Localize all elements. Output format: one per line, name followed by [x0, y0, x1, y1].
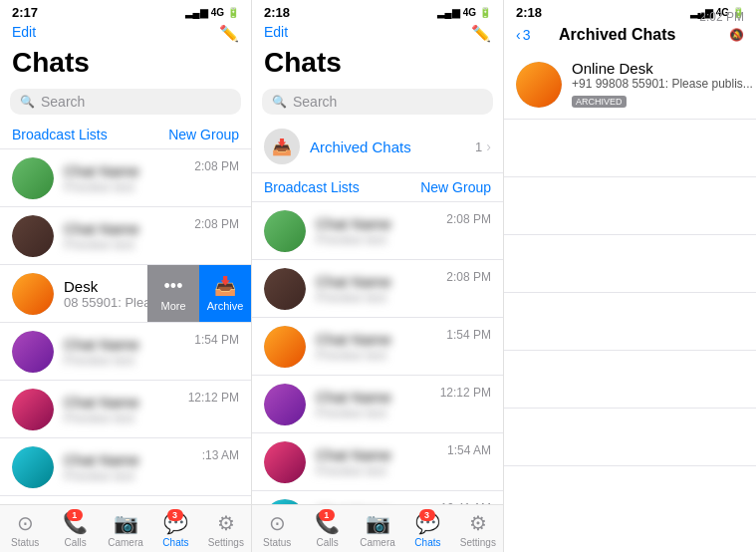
network-icon-2: 4G [463, 7, 476, 18]
settings-tab-label-1: Settings [208, 537, 244, 548]
archived-chats-row[interactable]: 📥 Archived Chats 1 › [252, 121, 503, 173]
tab-status-2[interactable]: ⊙ Status [252, 511, 302, 548]
avatar-1-3 [12, 273, 54, 315]
back-chevron-icon: ‹ [516, 27, 521, 43]
status-tab-label-1: Status [11, 537, 39, 548]
empty-rows-3 [504, 120, 756, 552]
chat-item-2-3[interactable]: Chat Name Preview text 1:54 PM [252, 318, 503, 376]
tab-camera-2[interactable]: 📷 Camera [353, 511, 402, 548]
avatar-2-3 [264, 326, 306, 368]
empty-row-5 [504, 351, 756, 409]
avatar-1-4 [12, 331, 54, 373]
chat-time-1-2: 2:08 PM [194, 217, 239, 231]
tab-camera-1[interactable]: 📷 Camera [101, 511, 150, 548]
empty-row-2 [504, 177, 756, 235]
chat-time-2-1: 2:08 PM [446, 212, 491, 226]
tab-settings-1[interactable]: ⚙ Settings [201, 511, 251, 548]
calls-badge-1: 1 [67, 509, 83, 521]
broadcast-label-1[interactable]: Broadcast Lists [12, 127, 108, 142]
chat-time-1-1: 2:08 PM [194, 159, 239, 173]
tab-chats-2[interactable]: 3 💬 Chats [402, 511, 452, 548]
chat-preview-1-6: Preview text [64, 468, 239, 483]
chats-tab-label-2: Chats [414, 537, 440, 548]
chat-preview-2-4: Preview text [316, 406, 491, 420]
search-placeholder-2: Search [293, 94, 337, 110]
tab-calls-2[interactable]: 1 📞 Calls [302, 511, 352, 548]
chat-item-1-6[interactable]: Chat Name Preview text :13 AM [0, 438, 251, 496]
chat-time-2-3: 1:54 PM [446, 328, 491, 342]
chat-item-2-4[interactable]: Chat Name Preview text 12:12 PM [252, 376, 503, 433]
empty-row-3 [504, 235, 756, 293]
chat-preview-2-3: Preview text [316, 348, 491, 363]
search-icon-1: 🔍 [20, 95, 35, 109]
search-bar-1[interactable]: 🔍 Search [10, 89, 241, 115]
new-group-btn-2[interactable]: New Group [420, 179, 491, 195]
archive-button-1[interactable]: 📥 Archive [199, 265, 251, 322]
archived-chat-item-1[interactable]: Online Desk +91 99808 55901: Please publ… [504, 50, 756, 120]
chat-item-2-5[interactable]: Chat Name Preview text 1:54 AM [252, 433, 503, 491]
status-icons-2: ▂▄▆ 4G 🔋 [437, 7, 491, 18]
tab-settings-2[interactable]: ⚙ Settings [453, 511, 503, 548]
avatar-2-1 [264, 210, 306, 252]
archive-icon-1: 📥 [214, 275, 236, 297]
compose-icon-2[interactable]: ✏️ [471, 24, 491, 43]
tab-bar-1: ⊙ Status 1 📞 Calls 📷 Camera 3 💬 Chats ⚙ … [0, 504, 251, 552]
nav-bar-2: Edit ✏️ [252, 22, 503, 47]
panel2: 2:18 ▂▄▆ 4G 🔋 Edit ✏️ Chats 🔍 Search 📥 A… [252, 0, 504, 552]
avatar-1-2 [12, 215, 54, 257]
broadcast-label-2[interactable]: Broadcast Lists [264, 179, 360, 195]
chat-time-1-4: 1:54 PM [194, 333, 239, 347]
avatar-3-1 [516, 62, 562, 108]
settings-tab-icon-2: ⚙ [469, 511, 487, 535]
compose-icon-1[interactable]: ✏️ [219, 24, 239, 43]
chat-preview-1-2: Preview text [64, 237, 239, 252]
chat-item-1-1[interactable]: Chat Name Preview text 2:08 PM [0, 149, 251, 207]
chat-preview-2-1: Preview text [316, 232, 491, 247]
chat-item-2-2[interactable]: Chat Name Preview text 2:08 PM [252, 260, 503, 318]
chat-item-1-5[interactable]: Chat Name Preview text 12:12 PM [0, 381, 251, 438]
panel3: 2:18 ▂▄▆ 4G 🔋 ‹ 3 Archived Chats Online … [504, 0, 756, 552]
swipe-actions-1[interactable]: ••• More 📥 Archive [147, 265, 251, 322]
chat-preview-1-5: Preview text [64, 411, 239, 425]
calls-badge-2: 1 [319, 509, 335, 521]
tab-calls-1[interactable]: 1 📞 Calls [50, 511, 100, 548]
chat-item-1-4[interactable]: Chat Name Preview text 1:54 PM [0, 323, 251, 381]
archived-badge: ARCHIVED [572, 96, 627, 108]
chat-item-2-1[interactable]: Chat Name Preview text 2:08 PM [252, 202, 503, 260]
chat-list-1: Chat Name Preview text 2:08 PM Chat Name… [0, 149, 251, 504]
mute-icon-3: 🔕 [729, 28, 744, 42]
avatar-2-4 [264, 384, 306, 425]
avatar-2-6 [264, 499, 306, 505]
edit-button-2[interactable]: Edit [264, 24, 288, 40]
tab-chats-1[interactable]: 3 💬 Chats [150, 511, 200, 548]
camera-tab-icon-2: 📷 [366, 511, 390, 535]
new-group-btn-1[interactable]: New Group [168, 127, 239, 142]
search-bar-2[interactable]: 🔍 Search [262, 89, 493, 115]
back-button-3[interactable]: ‹ 3 [516, 27, 530, 43]
chat-item-2-6[interactable]: Chat Name Preview text 10:41 AM [252, 491, 503, 504]
archived-chat-content: Online Desk +91 99808 55901: Please publ… [572, 60, 753, 109]
time-1: 2:17 [12, 5, 38, 20]
archived-chevron-icon: › [486, 138, 491, 154]
network-icon-1: 4G [211, 7, 224, 18]
avatar-1-5 [12, 389, 54, 430]
status-icons-1: ▂▄▆ 4G 🔋 [185, 7, 239, 18]
edit-button-1[interactable]: Edit [12, 24, 36, 40]
chat-item-1-2[interactable]: Chat Name Preview text 2:08 PM [0, 207, 251, 265]
status-tab-icon-1: ⊙ [17, 511, 34, 535]
chats-badge-2: 3 [419, 509, 435, 521]
empty-row-6 [504, 409, 756, 466]
chat-time-1-6: :13 AM [202, 448, 239, 462]
chats-tab-label-1: Chats [162, 537, 188, 548]
battery-icon-1: 🔋 [227, 7, 239, 18]
chats-title-1: Chats [0, 47, 251, 85]
search-icon-2: 🔍 [272, 95, 287, 109]
panel1: 2:17 ▂▄▆ 4G 🔋 Edit ✏️ Chats 🔍 Search Bro… [0, 0, 252, 552]
tab-status-1[interactable]: ⊙ Status [0, 511, 50, 548]
search-placeholder-1: Search [41, 94, 85, 110]
empty-row-1 [504, 120, 756, 177]
more-button-1[interactable]: ••• More [147, 265, 199, 322]
chat-item-1-3[interactable]: Desk 08 55901: Please publish 2:02 PM 🔕 … [0, 265, 251, 323]
archive-label-1: Archive [207, 300, 244, 312]
archived-chat-time: 2:02 PM [699, 10, 744, 24]
